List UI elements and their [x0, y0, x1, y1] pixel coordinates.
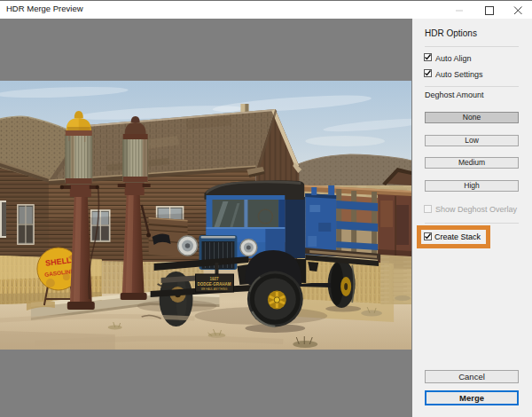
svg-text:DODGE·GRAHAM: DODGE·GRAHAM	[197, 282, 231, 287]
svg-text:WE HAUL ANYTHING: WE HAUL ANYTHING	[201, 287, 228, 291]
svg-text:1927: 1927	[209, 277, 218, 281]
